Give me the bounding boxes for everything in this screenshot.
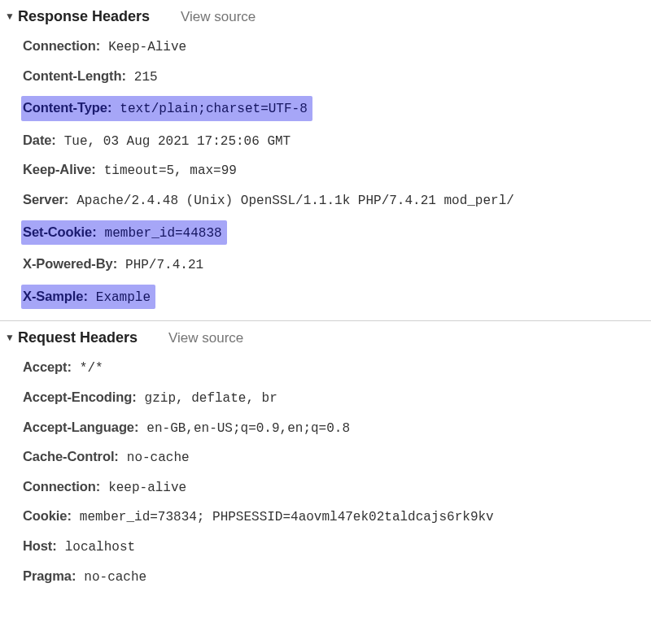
header-value: text/plain;charset=UTF-8 xyxy=(120,101,307,119)
header-name: Set-Cookie: xyxy=(23,223,97,241)
triangle-down-icon: ▼ xyxy=(5,332,15,343)
header-value: 215 xyxy=(134,69,158,87)
request-headers-section: ▼ Request Headers View source Accept: */… xyxy=(0,320,651,598)
header-row-cache-control[interactable]: Cache-Control: no-cache xyxy=(23,442,651,472)
header-value: no-cache xyxy=(84,569,146,587)
header-name: Pragma: xyxy=(23,567,76,585)
header-value: keep-alive xyxy=(108,480,186,498)
header-name: Connection: xyxy=(23,37,100,54)
request-headers-title: Request Headers xyxy=(18,329,138,346)
header-row-host[interactable]: Host: localhost xyxy=(23,532,651,562)
header-name: Date: xyxy=(23,131,56,149)
view-source-link[interactable]: View source xyxy=(168,330,243,346)
header-row-set-cookie[interactable]: Set-Cookie: member_id=44838 xyxy=(23,215,651,250)
header-value: Tue, 03 Aug 2021 17:25:06 GMT xyxy=(64,133,291,151)
response-headers-toggle[interactable]: ▼ Response Headers View source xyxy=(0,3,651,30)
response-headers-title: Response Headers xyxy=(18,8,150,25)
response-headers-section: ▼ Response Headers View source Connectio… xyxy=(0,0,651,320)
header-name: X-Sample: xyxy=(23,287,88,305)
header-name: Accept-Encoding: xyxy=(23,388,137,406)
triangle-down-icon: ▼ xyxy=(5,11,15,22)
header-name: Content-Type: xyxy=(23,98,111,116)
header-row-x-sample[interactable]: X-Sample: Example xyxy=(23,280,651,315)
header-name: Accept-Language: xyxy=(23,418,138,436)
response-headers-list: Connection: Keep-Alive Content-Length: 2… xyxy=(0,30,651,319)
header-value: gzip, deflate, br xyxy=(145,390,277,408)
header-row-connection[interactable]: Connection: Keep-Alive xyxy=(23,32,651,62)
header-name: Connection: xyxy=(23,477,100,495)
header-row-pragma[interactable]: Pragma: no-cache xyxy=(23,562,651,592)
header-row-accept[interactable]: Accept: */* xyxy=(23,353,651,383)
header-value: Example xyxy=(96,289,151,307)
view-source-link[interactable]: View source xyxy=(181,9,256,25)
header-name: Cookie: xyxy=(23,507,72,524)
header-row-keep-alive[interactable]: Keep-Alive: timeout=5, max=99 xyxy=(23,155,651,185)
header-value: localhost xyxy=(65,539,135,557)
header-value: member_id=44838 xyxy=(105,225,222,243)
header-name: Cache-Control: xyxy=(23,447,119,465)
header-row-content-type[interactable]: Content-Type: text/plain;charset=UTF-8 xyxy=(23,91,651,126)
header-row-date[interactable]: Date: Tue, 03 Aug 2021 17:25:06 GMT xyxy=(23,126,651,156)
header-value: member_id=73834; PHPSESSID=4aovml47ek02t… xyxy=(80,509,494,527)
header-row-cookie[interactable]: Cookie: member_id=73834; PHPSESSID=4aovm… xyxy=(23,502,651,532)
header-value: en-GB,en-US;q=0.9,en;q=0.8 xyxy=(146,420,350,438)
header-value: Apache/2.4.48 (Unix) OpenSSL/1.1.1k PHP/… xyxy=(76,193,514,211)
header-name: Server: xyxy=(23,190,68,208)
header-value: timeout=5, max=99 xyxy=(104,163,237,181)
header-row-accept-encoding[interactable]: Accept-Encoding: gzip, deflate, br xyxy=(23,383,651,413)
request-headers-toggle[interactable]: ▼ Request Headers View source xyxy=(0,324,651,351)
header-row-content-length[interactable]: Content-Length: 215 xyxy=(23,62,651,92)
header-row-x-powered-by[interactable]: X-Powered-By: PHP/7.4.21 xyxy=(23,250,651,280)
header-row-connection[interactable]: Connection: keep-alive xyxy=(23,472,651,503)
header-row-server[interactable]: Server: Apache/2.4.48 (Unix) OpenSSL/1.1… xyxy=(23,185,651,215)
header-value: Keep-Alive xyxy=(108,39,186,57)
header-value: PHP/7.4.21 xyxy=(125,257,203,275)
header-name: Keep-Alive: xyxy=(23,160,96,178)
header-value: */* xyxy=(80,360,103,378)
header-name: X-Powered-By: xyxy=(23,255,117,272)
header-name: Host: xyxy=(23,537,57,555)
header-row-accept-language[interactable]: Accept-Language: en-GB,en-US;q=0.9,en;q=… xyxy=(23,413,651,443)
header-name: Content-Length: xyxy=(23,67,126,85)
header-name: Accept: xyxy=(23,358,72,376)
request-headers-list: Accept: */* Accept-Encoding: gzip, defla… xyxy=(0,351,651,596)
header-value: no-cache xyxy=(127,450,190,468)
